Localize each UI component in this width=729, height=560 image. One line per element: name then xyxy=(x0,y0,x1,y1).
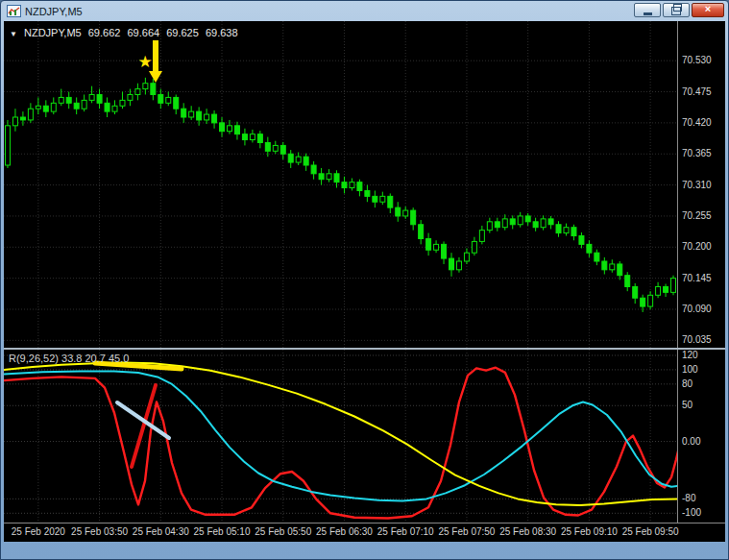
time-axis[interactable]: 25 Feb 202025 Feb 03:5025 Feb 04:3025 Fe… xyxy=(4,523,725,542)
candle xyxy=(189,106,194,120)
quote-high: 69.664 xyxy=(127,27,159,38)
candle xyxy=(671,276,676,296)
price-tick-label: 70.035 xyxy=(682,334,712,345)
candle xyxy=(610,259,615,273)
candle xyxy=(587,240,592,257)
titlebar[interactable]: NZDJPY,M5 × xyxy=(4,1,725,21)
candle xyxy=(250,130,255,143)
chart-app-icon-svg xyxy=(7,5,21,17)
price-tick-label: 70.310 xyxy=(682,180,712,190)
restore-icon xyxy=(671,7,681,15)
candle xyxy=(205,109,209,124)
candle xyxy=(548,216,553,230)
candle xyxy=(28,103,33,123)
star-icon[interactable]: ★ xyxy=(137,52,152,71)
candle xyxy=(257,131,262,148)
candle xyxy=(525,213,530,226)
price-tick-label: 70.255 xyxy=(682,210,712,221)
indicator-tick-label: 0.00 xyxy=(682,436,700,447)
candle xyxy=(479,226,484,244)
time-tick-label: 25 Feb 04:30 xyxy=(133,526,189,537)
restore-button[interactable] xyxy=(663,3,690,17)
indicator-pane[interactable]: R(9,26,52) 33.8 20.7 45.0 xyxy=(4,350,677,523)
candle xyxy=(357,180,362,197)
candle xyxy=(419,220,424,244)
candle xyxy=(220,117,225,137)
candle xyxy=(234,122,239,140)
indicator-axis[interactable]: 12010080500.00-80-100 xyxy=(677,350,725,523)
candle xyxy=(556,221,561,236)
candle xyxy=(212,110,217,129)
candle xyxy=(595,250,599,265)
candle xyxy=(450,253,454,277)
candle xyxy=(151,79,156,100)
minimize-button[interactable] xyxy=(634,3,661,17)
close-button[interactable]: × xyxy=(692,3,724,17)
candle xyxy=(495,218,499,231)
candle xyxy=(403,207,408,219)
time-tick-label: 25 Feb 08:30 xyxy=(499,526,556,537)
window-title: NZDJPY,M5 xyxy=(25,6,83,17)
candle xyxy=(396,202,401,222)
price-tick-label: 70.475 xyxy=(682,86,712,97)
chart-window: NZDJPY,M5 × ★ ▼ NZDJPY,M5 69.662 69.664 … xyxy=(0,0,729,560)
quote-low: 69.625 xyxy=(166,27,199,38)
candle xyxy=(625,272,630,291)
candle xyxy=(74,97,79,114)
main-chart-row: ★ ▼ NZDJPY,M5 69.662 69.664 69.625 69.63… xyxy=(4,21,725,348)
candle xyxy=(464,248,469,263)
candle xyxy=(273,141,278,155)
chart-client-area: ★ ▼ NZDJPY,M5 69.662 69.664 69.625 69.63… xyxy=(4,21,725,542)
window-controls: × xyxy=(632,3,724,17)
candle xyxy=(242,129,247,146)
candle xyxy=(319,168,324,185)
candle xyxy=(541,215,546,230)
time-tick-label: 25 Feb 09:10 xyxy=(561,526,618,537)
candle xyxy=(143,78,148,95)
indicator-tick-label: 80 xyxy=(682,378,693,389)
candle xyxy=(533,218,538,231)
candle xyxy=(664,284,668,298)
minimize-icon xyxy=(644,12,652,15)
candle xyxy=(20,111,25,126)
indicator-tick-label: 120 xyxy=(682,350,698,360)
candle xyxy=(579,232,584,248)
candle xyxy=(342,177,347,194)
close-icon: × xyxy=(705,4,711,14)
candle xyxy=(182,103,186,123)
time-tick-label: 25 Feb 09:50 xyxy=(622,526,679,537)
candle xyxy=(227,120,231,134)
indicator-values-label: R(9,26,52) 33.8 20.7 45.0 xyxy=(9,353,129,364)
candle xyxy=(82,94,86,111)
indicator-tick-label: 50 xyxy=(682,400,693,410)
indicator-tick-label: -80 xyxy=(682,493,695,503)
candle xyxy=(66,92,71,110)
candle xyxy=(442,241,447,264)
price-tick-label: 70.530 xyxy=(682,55,712,65)
candle xyxy=(51,97,56,114)
candle xyxy=(510,215,515,229)
candle xyxy=(388,193,393,213)
candle xyxy=(648,291,653,309)
candle xyxy=(89,86,94,104)
indicator-tick-label: 100 xyxy=(682,364,698,375)
price-tick-label: 70.090 xyxy=(682,304,712,314)
candle xyxy=(288,150,293,168)
time-tick-label: 25 Feb 06:30 xyxy=(316,526,373,537)
candle xyxy=(564,224,569,236)
candle xyxy=(5,120,10,168)
time-tick-label: 25 Feb 05:50 xyxy=(255,526,311,537)
candle xyxy=(456,257,461,273)
price-tick-label: 70.200 xyxy=(682,241,712,252)
price-axis[interactable]: 70.53070.47570.42070.36570.31070.25570.2… xyxy=(677,21,725,348)
candle xyxy=(97,89,102,110)
candle xyxy=(135,84,140,101)
candle xyxy=(618,261,622,280)
candle xyxy=(571,225,576,240)
candle xyxy=(365,185,370,203)
main-chart-pane[interactable]: ★ ▼ NZDJPY,M5 69.662 69.664 69.625 69.63… xyxy=(4,21,677,348)
candle xyxy=(112,100,117,114)
candle xyxy=(472,237,476,256)
candle xyxy=(105,97,109,117)
candle xyxy=(166,92,171,107)
